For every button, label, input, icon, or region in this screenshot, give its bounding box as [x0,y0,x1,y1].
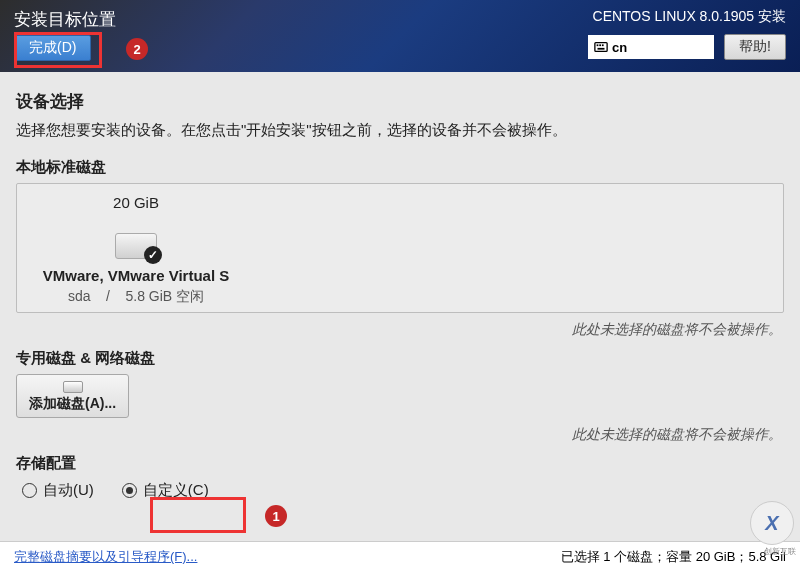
page-title: 安装目标位置 [14,8,116,31]
annotation-callout-1: 1 [265,505,287,527]
watermark-logo: X [750,501,794,545]
device-select-heading: 设备选择 [16,90,784,113]
check-icon [144,246,162,264]
top-bar: 安装目标位置 完成(D) CENTOS LINUX 8.0.1905 安装 cn… [0,0,800,72]
keyboard-layout-label: cn [612,40,627,55]
network-disk-icon [63,381,83,393]
storage-config: 自动(U) 自定义(C) [16,481,784,500]
top-right: CENTOS LINUX 8.0.1905 安装 cn 帮助! [588,8,786,72]
disk-icon-wrap [31,215,241,259]
disk-name: VMware, VMware Virtual S [31,267,241,284]
svg-rect-4 [598,48,605,50]
keyboard-layout-selector[interactable]: cn [588,35,714,59]
disk-summary-link[interactable]: 完整磁盘摘要以及引导程序(F)... [14,548,197,566]
top-controls: cn 帮助! [588,34,786,60]
storage-config-heading: 存储配置 [16,454,784,473]
disk-sub: sda / 5.8 GiB 空闲 [31,288,241,306]
disk-size: 20 GiB [31,194,241,211]
done-button[interactable]: 完成(D) [14,35,91,61]
svg-rect-1 [597,44,599,46]
content-area: 设备选择 选择您想要安装的设备。在您点击"开始安装"按钮之前，选择的设备并不会被… [0,72,800,506]
keyboard-icon [594,40,608,54]
watermark-text: 创新互联 [764,546,796,557]
special-disks-heading: 专用磁盘 & 网络磁盘 [16,349,784,368]
radio-custom[interactable]: 自定义(C) [122,481,209,500]
annotation-callout-2: 2 [126,38,148,60]
install-title: CENTOS LINUX 8.0.1905 安装 [593,8,786,26]
selected-summary: 已选择 1 个磁盘；容量 20 GiB；5.8 Gil [561,548,786,566]
local-disks-heading: 本地标准磁盘 [16,158,784,177]
add-disk-label: 添加磁盘(A)... [29,395,116,413]
device-select-desc: 选择您想要安装的设备。在您点击"开始安装"按钮之前，选择的设备并不会被操作。 [16,121,784,140]
special-disks-hint: 此处未选择的磁盘将不会被操作。 [16,426,782,444]
svg-rect-0 [595,43,607,52]
disk-card[interactable]: 20 GiB VMware, VMware Virtual S sda / 5.… [31,190,241,306]
top-left: 安装目标位置 完成(D) [14,8,116,72]
bottom-bar: 完整磁盘摘要以及引导程序(F)... 已选择 1 个磁盘；容量 20 GiB；5… [0,541,800,571]
harddisk-icon [115,233,157,259]
local-disks-hint: 此处未选择的磁盘将不会被操作。 [16,321,782,339]
radio-auto-label: 自动(U) [43,481,94,500]
local-disks-panel: 20 GiB VMware, VMware Virtual S sda / 5.… [16,183,784,313]
radio-icon [122,483,137,498]
help-button[interactable]: 帮助! [724,34,786,60]
svg-rect-2 [599,44,601,46]
add-disk-button[interactable]: 添加磁盘(A)... [16,374,129,418]
radio-icon [22,483,37,498]
svg-rect-3 [602,44,604,46]
radio-custom-label: 自定义(C) [143,481,209,500]
radio-auto[interactable]: 自动(U) [22,481,94,500]
